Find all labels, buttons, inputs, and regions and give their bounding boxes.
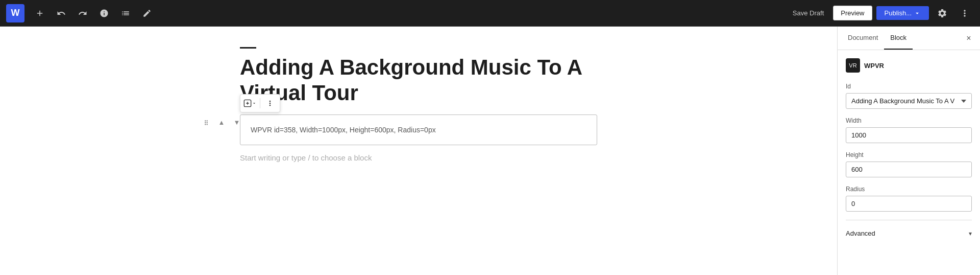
width-form-group: Width — [846, 117, 972, 143]
settings-button[interactable] — [933, 4, 951, 22]
plus-icon — [35, 9, 44, 18]
save-draft-button[interactable]: Save Draft — [788, 6, 829, 20]
tools-button[interactable] — [138, 4, 156, 22]
add-block-button[interactable] — [31, 4, 49, 22]
sidebar-tabs: Document Block × — [838, 27, 980, 50]
id-label: Id — [846, 83, 972, 90]
radius-input[interactable] — [846, 196, 972, 212]
block-more-icon — [266, 99, 274, 107]
radius-label: Radius — [846, 186, 972, 193]
advanced-chevron-icon: ▾ — [969, 230, 972, 237]
tab-document[interactable]: Document — [842, 27, 884, 50]
main-layout: Adding A Background Music To A Virtual T… — [0, 27, 980, 275]
more-options-button[interactable] — [955, 4, 974, 22]
gear-icon — [937, 8, 947, 18]
title-separator — [240, 47, 256, 49]
block-drag-handle[interactable] — [199, 116, 213, 130]
wp-logo-icon: W — [11, 8, 20, 18]
preview-button[interactable]: Preview — [833, 6, 872, 20]
undo-icon — [57, 9, 66, 18]
id-select[interactable]: Adding A Background Music To A V — [846, 93, 972, 109]
list-icon — [121, 9, 130, 18]
block-type-chevron-icon — [252, 101, 257, 106]
editor-area: Adding A Background Music To A Virtual T… — [0, 27, 837, 275]
block-toolbar — [240, 94, 280, 112]
advanced-section: Advanced ▾ — [846, 220, 972, 239]
block-container: ▲ ▼ WPVR id=358, Width=1000px, Height=60… — [240, 114, 597, 145]
editor-placeholder[interactable]: Start writing or type / to choose a bloc… — [240, 153, 597, 162]
toolbar-left: W — [6, 4, 786, 22]
wpvr-plugin-header: VR WPVR — [846, 58, 972, 73]
height-input[interactable] — [846, 162, 972, 177]
info-icon — [100, 9, 109, 18]
toolbar-right: Save Draft Preview Publish... — [788, 4, 974, 22]
height-form-group: Height — [846, 151, 972, 177]
block-type-button[interactable] — [242, 96, 258, 111]
more-vertical-icon — [960, 8, 970, 18]
undo-button[interactable] — [52, 4, 70, 22]
block-controls: ▲ ▼ — [199, 116, 244, 130]
wpvr-plugin-name: WPVR — [864, 62, 884, 70]
block-move-up[interactable]: ▲ — [214, 116, 229, 130]
post-title[interactable]: Adding A Background Music To A Virtual T… — [240, 55, 597, 106]
toolbar: W Save Draft Preview Publish... — [0, 0, 980, 27]
redo-button[interactable] — [74, 4, 92, 22]
width-label: Width — [846, 117, 972, 124]
sidebar: Document Block × VR WPVR Id Adding A Bac… — [837, 27, 980, 275]
publish-chevron-icon — [914, 10, 921, 17]
wpvr-icon-text: VR — [849, 62, 856, 68]
sidebar-close-button[interactable]: × — [962, 31, 976, 45]
id-form-group: Id Adding A Background Music To A V — [846, 83, 972, 109]
height-label: Height — [846, 151, 972, 158]
block-info-button[interactable] — [95, 4, 113, 22]
tab-block[interactable]: Block — [884, 27, 913, 50]
editor-content: Adding A Background Music To A Virtual T… — [230, 47, 607, 255]
publish-button[interactable]: Publish... — [876, 6, 929, 20]
advanced-label: Advanced — [846, 230, 875, 237]
block-type-icon — [243, 99, 252, 107]
wp-logo[interactable]: W — [6, 4, 24, 22]
wpvr-plugin-icon: VR — [846, 58, 860, 73]
block-move-down[interactable]: ▼ — [230, 116, 244, 130]
drag-icon — [203, 119, 210, 126]
wpvr-block[interactable]: WPVR id=358, Width=1000px, Height=600px,… — [240, 114, 597, 145]
radius-form-group: Radius — [846, 186, 972, 212]
pencil-icon — [142, 9, 152, 18]
block-more-options-button[interactable] — [262, 96, 278, 111]
block-toolbar-divider — [260, 98, 260, 108]
redo-icon — [78, 9, 87, 18]
wpvr-block-content: WPVR id=358, Width=1000px, Height=600px,… — [251, 126, 436, 134]
sidebar-content: VR WPVR Id Adding A Background Music To … — [838, 50, 980, 275]
publish-label: Publish... — [885, 9, 912, 17]
list-view-button[interactable] — [116, 4, 135, 22]
post-title-area: Adding A Background Music To A Virtual T… — [240, 47, 597, 106]
advanced-header[interactable]: Advanced ▾ — [846, 227, 972, 239]
width-input[interactable] — [846, 127, 972, 143]
